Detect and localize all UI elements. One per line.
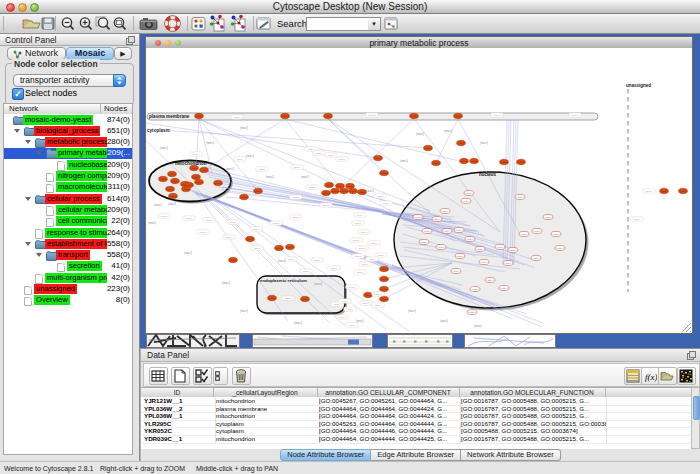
svg-text:(new-l): (new-l) bbox=[348, 324, 355, 326]
svg-text:(new-l): (new-l) bbox=[253, 247, 260, 249]
svg-text:YGR240: YGR240 bbox=[195, 115, 204, 117]
svg-text:(new-l): (new-l) bbox=[287, 258, 294, 260]
svg-text:YGR240: YGR240 bbox=[195, 181, 204, 183]
svg-text:(new-l): (new-l) bbox=[293, 166, 300, 168]
svg-text:YGR240: YGR240 bbox=[410, 115, 419, 117]
svg-text:(new-l): (new-l) bbox=[433, 218, 441, 221]
svg-text:(new-l): (new-l) bbox=[416, 132, 424, 136]
svg-text:(new-l): (new-l) bbox=[504, 262, 512, 265]
svg-text:YGR240: YGR240 bbox=[346, 185, 355, 187]
svg-text:YGR240: YGR240 bbox=[185, 184, 194, 186]
svg-text:plasma membrane: plasma membrane bbox=[149, 114, 190, 119]
svg-text:(new-l): (new-l) bbox=[376, 195, 383, 197]
svg-text:YGR240: YGR240 bbox=[500, 161, 509, 163]
svg-text:(new-l): (new-l) bbox=[456, 255, 464, 258]
svg-text:(new-l): (new-l) bbox=[184, 251, 192, 255]
svg-text:YGR240: YGR240 bbox=[168, 173, 177, 175]
svg-text:(new-l): (new-l) bbox=[225, 236, 232, 238]
svg-text:(new-l): (new-l) bbox=[341, 300, 348, 302]
svg-text:(new-l): (new-l) bbox=[471, 288, 479, 291]
svg-text:(new-l): (new-l) bbox=[452, 270, 460, 273]
svg-text:YGR240: YGR240 bbox=[470, 160, 479, 162]
svg-text:(new-l): (new-l) bbox=[443, 230, 451, 233]
svg-text:(new-l): (new-l) bbox=[440, 319, 448, 323]
svg-text:(new-l): (new-l) bbox=[366, 189, 374, 193]
svg-text:YGR240: YGR240 bbox=[660, 190, 669, 192]
svg-text:(new-l): (new-l) bbox=[356, 214, 363, 216]
svg-text:YGR240: YGR240 bbox=[171, 180, 180, 182]
svg-text:(new-l): (new-l) bbox=[361, 263, 368, 265]
svg-text:YGR240: YGR240 bbox=[169, 195, 178, 197]
svg-text:(new-l): (new-l) bbox=[465, 192, 473, 195]
svg-text:(new-l): (new-l) bbox=[437, 246, 445, 249]
svg-text:(new-l): (new-l) bbox=[333, 303, 340, 305]
svg-text:(new-l): (new-l) bbox=[294, 321, 302, 325]
svg-text:(new-l): (new-l) bbox=[374, 293, 381, 295]
svg-text:(new-l): (new-l) bbox=[408, 309, 416, 313]
svg-text:YGR240: YGR240 bbox=[322, 192, 331, 194]
svg-text:YGR240: YGR240 bbox=[432, 162, 441, 164]
svg-text:(new-l): (new-l) bbox=[532, 257, 540, 260]
svg-text:(new-l): (new-l) bbox=[226, 167, 234, 171]
svg-text:(new-l): (new-l) bbox=[240, 309, 248, 313]
svg-text:(new-l): (new-l) bbox=[284, 297, 291, 299]
svg-text:YGR240: YGR240 bbox=[424, 147, 433, 149]
svg-text:YGR240: YGR240 bbox=[268, 297, 277, 299]
svg-text:(new-l): (new-l) bbox=[160, 215, 167, 217]
svg-text:(new-l): (new-l) bbox=[313, 259, 320, 261]
svg-text:(new-l): (new-l) bbox=[346, 308, 353, 310]
svg-text:f(x): f(x) bbox=[645, 372, 657, 382]
svg-text:(new-l): (new-l) bbox=[292, 196, 299, 198]
svg-text:(new-l): (new-l) bbox=[206, 141, 214, 145]
svg-text:(new-l): (new-l) bbox=[272, 222, 279, 224]
svg-text:(new-l): (new-l) bbox=[192, 153, 199, 155]
svg-text:(new-l): (new-l) bbox=[315, 152, 322, 154]
svg-text:(new-l): (new-l) bbox=[330, 267, 337, 269]
svg-text:(new-l): (new-l) bbox=[382, 202, 389, 204]
svg-text:(new-l): (new-l) bbox=[368, 258, 375, 260]
svg-text:(new-l): (new-l) bbox=[358, 247, 365, 249]
svg-text:YGR240: YGR240 bbox=[254, 190, 263, 192]
svg-text:(new-l): (new-l) bbox=[236, 158, 243, 160]
svg-text:(new-l): (new-l) bbox=[278, 259, 286, 263]
svg-text:(new-l): (new-l) bbox=[229, 221, 236, 223]
svg-text:(new-l): (new-l) bbox=[493, 114, 500, 116]
svg-text:(new-l): (new-l) bbox=[222, 281, 230, 285]
svg-text:(new-l): (new-l) bbox=[356, 271, 363, 273]
svg-text:nucleus: nucleus bbox=[479, 172, 497, 177]
svg-text:(new-l): (new-l) bbox=[338, 316, 345, 318]
svg-text:(new-l): (new-l) bbox=[205, 219, 212, 221]
svg-text:YGR240: YGR240 bbox=[380, 288, 389, 290]
svg-text:YGR240: YGR240 bbox=[275, 247, 284, 249]
svg-text:YGR240: YGR240 bbox=[374, 157, 383, 159]
svg-text:endoplasmic reticulum: endoplasmic reticulum bbox=[260, 278, 307, 283]
svg-text:(new-l): (new-l) bbox=[233, 116, 240, 118]
svg-text:YGR240: YGR240 bbox=[166, 188, 175, 190]
svg-text:(new-l): (new-l) bbox=[496, 246, 504, 249]
svg-text:(new-l): (new-l) bbox=[420, 241, 428, 244]
svg-text:(new-l): (new-l) bbox=[374, 304, 381, 306]
svg-text:(new-l): (new-l) bbox=[368, 114, 375, 116]
svg-text:(new-l): (new-l) bbox=[185, 217, 192, 219]
svg-text:(new-l): (new-l) bbox=[414, 216, 422, 219]
svg-text:(new-l): (new-l) bbox=[356, 319, 364, 323]
svg-text:(new-l): (new-l) bbox=[338, 158, 345, 160]
svg-text:YGR240: YGR240 bbox=[380, 268, 389, 270]
svg-text:(new-l): (new-l) bbox=[516, 196, 524, 199]
svg-text:(new-l): (new-l) bbox=[466, 238, 474, 241]
svg-text:YGR240: YGR240 bbox=[336, 185, 345, 187]
svg-text:(new-l): (new-l) bbox=[148, 221, 156, 225]
svg-text:(new-l): (new-l) bbox=[307, 148, 314, 150]
svg-text:(new-l): (new-l) bbox=[160, 146, 168, 150]
svg-text:YGR240: YGR240 bbox=[192, 176, 201, 178]
svg-text:(new-l): (new-l) bbox=[645, 190, 652, 192]
svg-text:(new-l): (new-l) bbox=[301, 175, 309, 179]
svg-text:(new-l): (new-l) bbox=[258, 168, 265, 170]
svg-text:(new-l): (new-l) bbox=[348, 286, 355, 288]
svg-text:(new-l): (new-l) bbox=[240, 126, 248, 130]
svg-text:YGR240: YGR240 bbox=[286, 246, 295, 248]
svg-text:YGR240: YGR240 bbox=[240, 196, 249, 198]
svg-text:YGR240: YGR240 bbox=[349, 190, 358, 192]
svg-text:(new-l): (new-l) bbox=[520, 233, 528, 236]
svg-text:(new-l): (new-l) bbox=[352, 239, 359, 241]
